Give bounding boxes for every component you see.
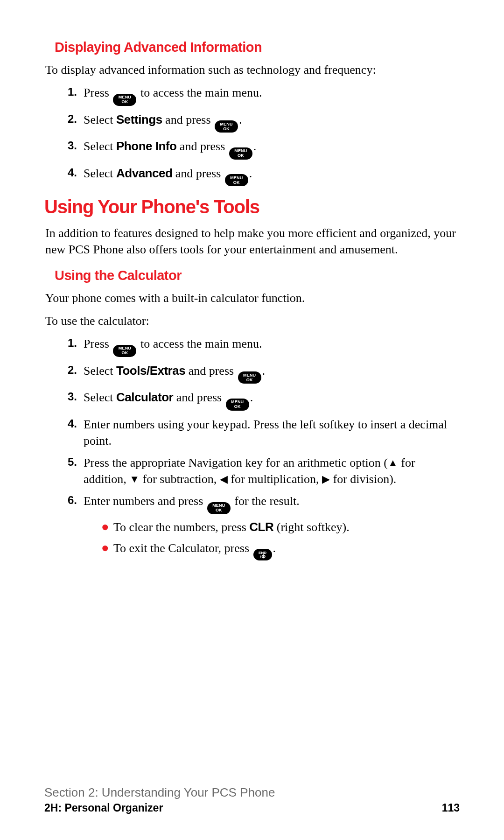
text: Press the appropriate Navigation key for… (84, 456, 388, 469)
text: To clear the numbers, press (113, 520, 249, 534)
text: Select (84, 364, 116, 378)
list-item: 3. Select Phone Info and press MENUOK. (68, 138, 460, 160)
text: . (273, 541, 276, 555)
list-body: Select Tools/Extras and press MENUOK. (84, 363, 460, 384)
subheading-calculator: Using the Calculator (55, 268, 460, 283)
bold-text: Advanced (116, 166, 172, 180)
list-number: 4. (68, 416, 84, 449)
list-body: Press MENUOK to access the main menu. (84, 336, 460, 357)
menu-ok-icon: MENUOK (229, 147, 252, 160)
list-body: Press the appropriate Navigation key for… (84, 455, 460, 487)
menu-ok-icon: MENUOK (238, 371, 261, 384)
main-heading-tools: Using Your Phone's Tools (44, 196, 460, 217)
text: Select (84, 391, 116, 404)
menu-ok-icon: MENUOK (225, 174, 248, 186)
list-advanced: 1. Press MENUOK to access the main menu.… (68, 84, 460, 186)
list-number: 6. (68, 493, 84, 565)
intro-text-advanced: To display advanced information such as … (45, 62, 460, 78)
text: for multiplication, (228, 472, 322, 486)
sub-list-item: ● To clear the numbers, press CLR (right… (101, 519, 460, 535)
list-body: Select Advanced and press MENUOK. (84, 165, 460, 187)
text: to access the main menu. (137, 337, 262, 350)
bold-text: CLR (249, 520, 273, 534)
calc-intro-2: To use the calculator: (45, 313, 460, 329)
list-number: 1. (68, 84, 84, 106)
list-item: 6. Enter numbers and press MENUOK for th… (68, 493, 460, 565)
text: Select (84, 167, 116, 180)
text: . (253, 140, 257, 153)
list-item: 3. Select Calculator and press MENUOK. (68, 389, 460, 411)
list-body: Enter numbers using your keypad. Press t… (84, 416, 460, 449)
sub-text: To clear the numbers, press CLR (right s… (113, 519, 350, 535)
list-number: 4. (68, 165, 84, 187)
bullet-icon: ● (101, 519, 113, 535)
list-number: 3. (68, 389, 84, 411)
list-body: Select Settings and press MENUOK. (84, 112, 460, 133)
list-item: 2. Select Tools/Extras and press MENUOK. (68, 363, 460, 384)
list-item: 4. Select Advanced and press MENUOK. (68, 165, 460, 187)
text: Press (84, 86, 112, 99)
page-footer: Section 2: Understanding Your PCS Phone … (44, 785, 460, 814)
list-item: 5. Press the appropriate Navigation key … (68, 455, 460, 487)
triangle-left-icon: ◀ (220, 473, 228, 485)
subheading-advanced: Displaying Advanced Information (55, 40, 460, 55)
bold-text: Phone Info (116, 139, 176, 153)
intro-text-tools: In addition to features designed to help… (45, 225, 460, 258)
footer-chapter: 2H: Personal Organizer (44, 802, 163, 814)
text: and press (185, 364, 237, 378)
menu-ok-icon: MENUOK (215, 120, 238, 133)
list-calculator: 1. Press MENUOK to access the main menu.… (68, 336, 460, 565)
text: . (239, 113, 242, 126)
list-number: 2. (68, 363, 84, 384)
list-item: 4. Enter numbers using your keypad. Pres… (68, 416, 460, 449)
text: and press (162, 113, 214, 126)
sub-list: ● To clear the numbers, press CLR (right… (101, 519, 460, 561)
triangle-right-icon: ▶ (322, 473, 330, 485)
footer-section: Section 2: Understanding Your PCS Phone (44, 785, 460, 800)
text: (right softkey). (273, 520, 349, 534)
calc-intro-1: Your phone comes with a built-in calcula… (45, 290, 460, 306)
bold-text: Settings (116, 112, 162, 126)
menu-ok-icon: MENUOK (113, 345, 136, 357)
text: Select (84, 140, 116, 153)
bold-text: Calculator (116, 390, 173, 404)
text: . (250, 391, 253, 404)
menu-ok-icon: MENUOK (226, 399, 249, 411)
text: for the result. (231, 494, 300, 508)
menu-ok-icon: MENUOK (113, 94, 136, 106)
triangle-down-icon: ▼ (129, 473, 140, 485)
text: to access the main menu. (137, 86, 262, 99)
list-body: Enter numbers and press MENUOK for the r… (84, 493, 460, 565)
text: . (262, 364, 266, 378)
list-number: 5. (68, 455, 84, 487)
text: Enter numbers and press (84, 494, 206, 508)
text: Select (84, 113, 116, 126)
list-number: 3. (68, 138, 84, 160)
list-body: Select Phone Info and press MENUOK. (84, 138, 460, 160)
menu-ok-icon: MENUOK (207, 502, 231, 514)
list-item: 1. Press MENUOK to access the main menu. (68, 336, 460, 357)
list-number: 2. (68, 112, 84, 133)
text: . (249, 167, 252, 180)
text: To exit the Calculator, press (113, 541, 252, 555)
text: Press (84, 337, 112, 350)
list-item: 1. Press MENUOK to access the main menu. (68, 84, 460, 106)
triangle-up-icon: ▲ (388, 457, 398, 469)
text: and press (176, 140, 228, 153)
list-body: Select Calculator and press MENUOK. (84, 389, 460, 411)
text: for subtraction, (140, 472, 220, 486)
bold-text: Tools/Extras (116, 364, 185, 378)
bullet-icon: ● (101, 540, 113, 561)
text: and press (173, 391, 224, 404)
text: for division). (330, 472, 396, 486)
text: and press (172, 167, 224, 180)
list-item: 2. Select Settings and press MENUOK. (68, 112, 460, 133)
sub-list-item: ● To exit the Calculator, press END/⏻. (101, 540, 460, 561)
page-number: 113 (442, 802, 460, 814)
end-power-icon: END/⏻ (253, 549, 272, 560)
list-number: 1. (68, 336, 84, 357)
sub-text: To exit the Calculator, press END/⏻. (113, 540, 276, 561)
list-body: Press MENUOK to access the main menu. (84, 84, 460, 106)
